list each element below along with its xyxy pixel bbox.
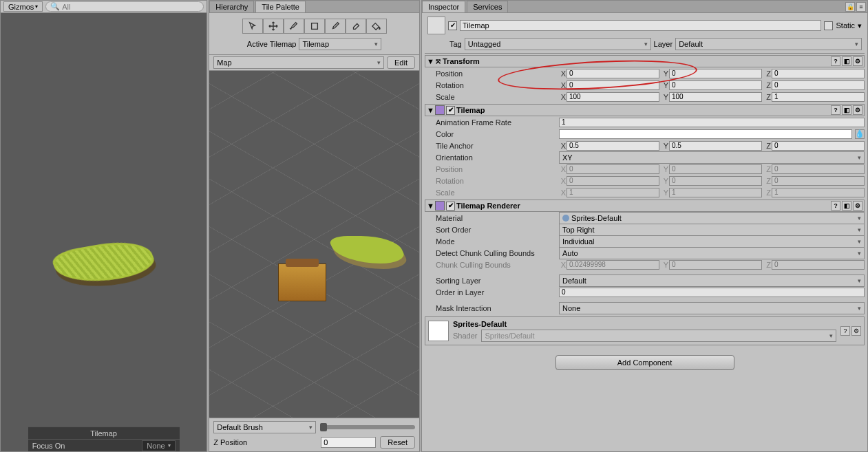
move-tool-button[interactable] — [263, 19, 284, 34]
focus-on-value: None — [147, 442, 165, 450]
transform-rotation-x[interactable] — [567, 80, 659, 90]
transform-position-y[interactable] — [669, 69, 762, 78]
add-component-label: Add Component — [617, 358, 673, 367]
preset-icon[interactable]: ◧ — [842, 201, 851, 211]
cursor-icon — [248, 21, 257, 31]
dccb-value: Auto — [562, 249, 578, 257]
reset-label: Reset — [388, 438, 407, 446]
anim-rate-field[interactable] — [559, 118, 865, 127]
dccb-dropdown[interactable]: Auto — [559, 247, 865, 259]
scene-toolbar: Gizmos 🔍 All — [1, 1, 207, 13]
fill-tool-button[interactable] — [366, 19, 387, 34]
picker-tool-button[interactable] — [325, 19, 346, 34]
active-tilemap-dropdown[interactable]: Tilemap — [299, 38, 381, 50]
eyedropper-icon[interactable]: 💧 — [855, 129, 865, 139]
gear-icon[interactable]: ⚙ — [853, 105, 862, 115]
lock-icon[interactable]: 🔒 — [845, 2, 855, 12]
menu-icon[interactable]: ≡ — [856, 2, 866, 12]
transform-scale-y[interactable] — [669, 92, 762, 102]
z-position-field[interactable] — [321, 437, 376, 448]
tag-dropdown[interactable]: Untagged — [465, 38, 651, 50]
y-label: Y — [661, 81, 668, 89]
fold-icon[interactable]: ▼ — [427, 57, 434, 65]
scene-view[interactable]: Tilemap Focus On None — [1, 13, 207, 451]
scene-search-input[interactable]: 🔍 All — [45, 1, 204, 12]
mode-dropdown[interactable]: Individual — [559, 235, 865, 248]
tab-services[interactable]: Services — [467, 1, 508, 12]
order-in-layer-field[interactable] — [559, 288, 865, 297]
palette-edit-button[interactable]: Edit — [387, 56, 415, 69]
tile-anchor-y[interactable] — [669, 141, 762, 151]
gizmos-dropdown[interactable]: Gizmos — [3, 1, 43, 12]
palette-tile-grass[interactable] — [327, 236, 409, 263]
tilemap-enabled-checkbox[interactable]: ✔ — [446, 106, 455, 115]
palette-view[interactable] — [209, 71, 419, 418]
box-tool-button[interactable] — [304, 19, 325, 34]
static-dropdown-icon[interactable]: ▾ — [858, 21, 862, 30]
fold-icon[interactable]: ▼ — [427, 202, 434, 210]
static-checkbox[interactable] — [824, 21, 833, 30]
sorting-layer-dropdown[interactable]: Default — [559, 275, 865, 287]
brush-dropdown[interactable]: Default Brush — [213, 421, 315, 433]
eraser-tool-button[interactable] — [346, 19, 366, 34]
fold-icon[interactable]: ▼ — [427, 106, 434, 114]
tab-inspector[interactable]: Inspector — [422, 1, 465, 12]
tab-hierarchy[interactable]: Hierarchy — [209, 1, 254, 12]
material-field[interactable]: Sprites-Default — [559, 212, 865, 224]
transform-rotation-y[interactable] — [669, 80, 762, 90]
gameobject-name-field[interactable] — [460, 20, 821, 31]
orientation-dropdown[interactable]: XY — [559, 151, 865, 164]
brush-tool-button[interactable] — [284, 19, 304, 34]
x-label: X — [559, 69, 566, 78]
color-field[interactable] — [559, 129, 852, 139]
tilemap-header[interactable]: ▼ ✔ Tilemap ?◧⚙ — [425, 104, 865, 116]
transform-scale-z[interactable] — [772, 92, 865, 102]
add-component-button[interactable]: Add Component — [555, 355, 734, 370]
y-label: Y — [661, 69, 668, 78]
gameobject-enabled-checkbox[interactable]: ✔ — [448, 21, 457, 30]
palette-edit-label: Edit — [394, 58, 407, 67]
static-label: Static — [836, 21, 855, 30]
material-preview[interactable] — [428, 321, 449, 341]
tm-rotation-label: Rotation — [436, 177, 556, 185]
help-icon[interactable]: ? — [831, 201, 840, 211]
help-icon[interactable]: ? — [831, 105, 840, 115]
shader-dropdown[interactable]: Sprites/Default — [481, 330, 836, 342]
sort-order-dropdown[interactable]: Top Right — [559, 224, 865, 236]
preset-icon[interactable]: ◧ — [842, 56, 851, 66]
gear-icon[interactable]: ⚙ — [851, 326, 861, 336]
mask-interaction-label: Mask Interaction — [436, 304, 556, 312]
transform-position-z[interactable] — [772, 69, 865, 78]
palette-tile-house[interactable] — [278, 263, 326, 301]
focus-on-dropdown[interactable]: None — [142, 440, 175, 451]
tm-rotation-x — [567, 176, 659, 186]
renderer-header[interactable]: ▼ ✔ Tilemap Renderer ?◧⚙ — [425, 200, 865, 212]
tab-tile-palette[interactable]: Tile Palette — [255, 1, 306, 12]
tile-anchor-x[interactable] — [567, 141, 659, 151]
layer-dropdown[interactable]: Default — [675, 38, 862, 50]
transform-position-x[interactable] — [567, 69, 659, 78]
palette-map-dropdown[interactable]: Map — [213, 56, 384, 69]
tile-anchor-z[interactable] — [772, 141, 865, 151]
layer-value: Default — [679, 40, 703, 48]
transform-scale-x[interactable] — [567, 92, 659, 102]
transform-rotation-z[interactable] — [772, 80, 865, 90]
brush-slider[interactable] — [320, 425, 415, 429]
gameobject-icon[interactable] — [427, 17, 445, 34]
search-icon: 🔍 — [50, 2, 60, 11]
renderer-enabled-checkbox[interactable]: ✔ — [446, 202, 455, 211]
mask-interaction-dropdown[interactable]: None — [559, 302, 865, 314]
transform-header[interactable]: ▼ ⤧ Transform ?◧⚙ — [425, 55, 865, 67]
gear-icon[interactable]: ⚙ — [853, 201, 862, 211]
brush-value: Default Brush — [217, 423, 263, 431]
sorting-layer-value: Default — [562, 277, 586, 285]
sort-order-value: Top Right — [562, 226, 594, 234]
help-icon[interactable]: ? — [840, 326, 850, 336]
gear-icon[interactable]: ⚙ — [853, 56, 862, 66]
palette-tab-row: Hierarchy Tile Palette — [209, 1, 419, 13]
select-tool-button[interactable] — [242, 19, 263, 34]
preset-icon[interactable]: ◧ — [842, 105, 851, 115]
renderer-icon — [435, 201, 445, 211]
reset-button[interactable]: Reset — [380, 436, 415, 449]
help-icon[interactable]: ? — [831, 56, 840, 66]
